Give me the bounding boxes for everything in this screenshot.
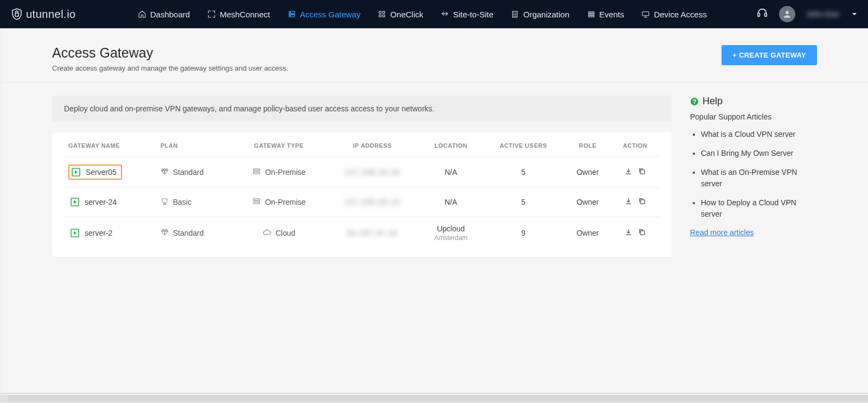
gateway-name-cell[interactable]: server-2	[68, 226, 117, 240]
download-icon[interactable]	[624, 228, 633, 238]
gateway-name-cell[interactable]: Server05	[68, 165, 122, 180]
plan-cell: Standard	[161, 228, 204, 238]
active-users: 9	[482, 217, 565, 250]
col-ip: IP ADDRESS	[325, 133, 420, 157]
action-cell	[624, 228, 646, 238]
table-row: server-2StandardCloud94.237.97.44Upcloud…	[64, 217, 660, 250]
location-cell: N/A	[420, 157, 482, 188]
nav-item-oneclick[interactable]: OneClick	[370, 0, 431, 28]
role: Owner	[565, 217, 611, 250]
ip-address: 94.237.97.44	[347, 229, 398, 237]
svg-rect-7	[379, 15, 381, 17]
help-article[interactable]: Can I Bring My Own Server	[701, 148, 817, 159]
cloud-icon	[263, 229, 271, 238]
brand-text: utunnel.io	[26, 8, 76, 21]
svg-rect-5	[379, 11, 381, 14]
info-banner: Deploy cloud and on-premise VPN gateways…	[52, 96, 672, 122]
copy-icon[interactable]	[638, 197, 646, 207]
action-cell	[624, 167, 646, 177]
help-title: Help	[703, 96, 723, 107]
svg-rect-20	[640, 170, 644, 174]
nav-item-meshconnect[interactable]: MeshConnect	[200, 0, 278, 28]
svg-rect-15	[765, 13, 767, 16]
download-icon[interactable]	[624, 197, 633, 207]
gateway-table-card: GATEWAY NAME PLAN GATEWAY TYPE IP ADDRES…	[52, 133, 672, 257]
onprem-icon	[252, 168, 261, 177]
col-users: ACTIVE USERS	[482, 133, 565, 157]
role: Owner	[565, 157, 611, 188]
nav-label: Access Gateway	[300, 10, 361, 19]
svg-point-16	[786, 11, 789, 14]
help-article[interactable]: What is a Cloud VPN server	[701, 129, 817, 140]
col-name: GATEWAY NAME	[64, 133, 156, 157]
diamond-icon	[161, 167, 169, 177]
nav-item-dashboard[interactable]: Dashboard	[130, 0, 197, 28]
gateway-name[interactable]: Server05	[86, 168, 117, 177]
nav-right: John Doe	[756, 6, 857, 22]
plan-cell: Standard	[161, 167, 204, 177]
help-icon: ?	[690, 97, 699, 106]
help-panel: ? Help Popular Support Articles What is …	[690, 96, 817, 237]
page-subtitle: Create access gateway and manage the gat…	[52, 64, 288, 72]
help-article-list: What is a Cloud VPN serverCan I Bring My…	[690, 129, 817, 220]
action-cell	[624, 197, 646, 207]
download-icon[interactable]	[624, 167, 633, 177]
top-nav: utunnel.io DashboardMeshConnectAccess Ga…	[0, 0, 868, 28]
brand-logo[interactable]: utunnel.io	[11, 8, 76, 21]
svg-rect-26	[640, 231, 644, 235]
svg-rect-10	[588, 12, 593, 13]
ip-address: 107.206.30.26	[344, 168, 400, 177]
onprem-icon	[252, 198, 261, 207]
type-cell: On-Premise	[252, 168, 306, 177]
nav-item-site-to-site[interactable]: Site-to-Site	[433, 0, 501, 28]
ip-address: 107.206.30.24	[344, 198, 400, 206]
nav-items: DashboardMeshConnectAccess GatewayOneCli…	[130, 0, 714, 28]
svg-point-4	[290, 15, 290, 16]
active-users: 5	[482, 188, 565, 217]
svg-rect-24	[640, 200, 644, 204]
user-avatar[interactable]	[779, 6, 795, 22]
location-cell: N/A	[420, 188, 482, 217]
help-article[interactable]: How to Deploy a Cloud VPN server	[701, 197, 817, 220]
user-name[interactable]: John Doe	[806, 10, 839, 18]
create-gateway-button[interactable]: + CREATE GATEWAY	[722, 45, 817, 65]
type-cell: Cloud	[263, 229, 296, 238]
svg-rect-0	[15, 13, 18, 16]
svg-rect-14	[758, 13, 760, 16]
col-location: LOCATION	[420, 133, 482, 157]
nav-label: MeshConnect	[220, 10, 270, 19]
caret-down-icon[interactable]	[852, 9, 857, 19]
svg-rect-13	[643, 12, 649, 16]
content: Access Gateway Create access gateway and…	[1, 28, 868, 393]
nav-label: Dashboard	[150, 10, 190, 19]
copy-icon[interactable]	[638, 167, 646, 177]
copy-icon[interactable]	[638, 228, 646, 238]
support-icon[interactable]	[756, 7, 768, 21]
read-more-link[interactable]: Read more articles	[690, 228, 754, 237]
svg-text:?: ?	[693, 98, 697, 105]
svg-rect-11	[588, 14, 593, 15]
svg-rect-23	[253, 202, 259, 203]
gateway-name[interactable]: server-2	[85, 229, 112, 237]
table-row: Server05StandardOn-Premise107.206.30.26N…	[64, 157, 660, 188]
col-role: ROLE	[565, 133, 611, 157]
horizontal-scrollbar[interactable]	[0, 393, 868, 403]
help-subtitle: Popular Support Articles	[690, 112, 817, 121]
nav-item-access-gateway[interactable]: Access Gateway	[280, 0, 368, 28]
help-article[interactable]: What is an On-Premise VPN server	[701, 167, 817, 190]
location-cell: UpcloudAmsterdam	[420, 217, 482, 250]
svg-rect-6	[383, 11, 385, 14]
nav-label: Site-to-Site	[453, 10, 493, 19]
nav-item-organization[interactable]: Organization	[503, 0, 577, 28]
main-column: Deploy cloud and on-premise VPN gateways…	[52, 96, 672, 257]
gateway-name-cell[interactable]: server-24	[68, 196, 121, 209]
svg-rect-8	[383, 15, 385, 17]
page-header: Access Gateway Create access gateway and…	[1, 29, 868, 83]
nav-item-device-access[interactable]: Device Access	[634, 0, 714, 28]
svg-rect-9	[513, 11, 518, 17]
nav-item-events[interactable]: Events	[579, 0, 632, 28]
gateway-name[interactable]: server-24	[85, 198, 117, 206]
nav-label: Device Access	[654, 10, 707, 19]
nav-label: Organization	[523, 10, 569, 19]
svg-rect-22	[253, 199, 259, 200]
